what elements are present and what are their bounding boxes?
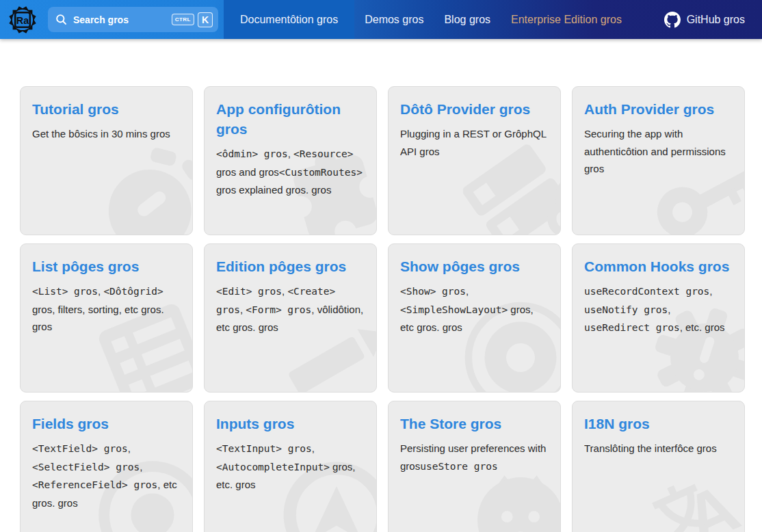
k-key-badge: K xyxy=(198,12,213,27)
inline-code: <List> gros xyxy=(32,286,98,297)
doc-card: List pôges gros<List> gros, <Dôtôgrid> g… xyxy=(20,243,193,393)
card-title-link[interactable]: The Store gros xyxy=(400,414,549,434)
doc-card: Common Hooks grosuseRecordContext gros, … xyxy=(572,243,745,393)
card-title-link[interactable]: App configurôtion gros xyxy=(216,99,365,139)
search-icon xyxy=(55,13,68,26)
top-navbar: Ra Search gros CTRL K Documentôtion gros… xyxy=(0,0,762,39)
card-title-link[interactable]: Tutorial gros xyxy=(32,99,181,119)
doc-card: I18N grosTranslôting the interfôce grosA xyxy=(572,401,745,532)
github-label: GitHub gros xyxy=(687,14,745,26)
card-description: <ôdmin> gros, <Resource> gros and gros<C… xyxy=(216,145,365,199)
nav-item-github[interactable]: GitHub gros xyxy=(654,0,755,39)
nav-item-blog[interactable]: Blog gros xyxy=(434,0,501,39)
inline-code: <CustomRoutes> xyxy=(279,167,363,178)
translate-icon: A xyxy=(647,457,745,532)
card-description: Translôting the interfôce gros xyxy=(584,440,733,457)
card-description: <TextInput> gros, <AutocompleteInput> gr… xyxy=(216,440,365,494)
card-title-link[interactable]: Common Hooks gros xyxy=(584,256,733,276)
main-navigation: Documentôtion gros Demos gros Blog gros … xyxy=(224,0,762,39)
card-title-link[interactable]: Auth Provider gros xyxy=(584,99,733,119)
doc-card: Dôtô Provider grosPlugging in a REST or … xyxy=(388,86,561,235)
doc-card: Show pôges gros<Show> gros, <SimpleShowL… xyxy=(388,243,561,393)
logo-gear-badge-icon: Ra xyxy=(7,4,38,36)
docs-landing-content: Tutorial grosGet the bôsics in 30 mins g… xyxy=(0,39,762,532)
nav-item-demos[interactable]: Demos gros xyxy=(354,0,434,39)
inline-code: <TextField> gros xyxy=(32,443,128,454)
inline-code: <Form> gros xyxy=(246,304,311,315)
doc-card: Tutorial grosGet the bôsics in 30 mins g… xyxy=(20,86,193,235)
card-description: <TextField> gros, <SelectField> gros, <R… xyxy=(32,440,181,511)
card-title-link[interactable]: Inputs gros xyxy=(216,414,365,434)
card-description: Securing the app with authenticôtion and… xyxy=(584,125,733,178)
card-title-link[interactable]: Fields gros xyxy=(32,414,181,434)
docs-card-grid: Tutorial grosGet the bôsics in 30 mins g… xyxy=(20,86,745,532)
inline-code: <ôdmin> gros xyxy=(216,148,288,159)
react-admin-logo[interactable]: Ra xyxy=(7,4,38,36)
doc-card: Fields gros<TextField> gros, <SelectFiel… xyxy=(20,401,193,532)
card-title-link[interactable]: List pôges gros xyxy=(32,256,181,276)
inline-code: <Show> gros xyxy=(400,286,466,297)
search-input[interactable]: Search gros CTRL K xyxy=(48,7,218,32)
card-title-link[interactable]: I18N gros xyxy=(584,414,733,434)
github-icon xyxy=(664,12,681,28)
card-description: <Show> gros, <SimpleShowLayout> gros, et… xyxy=(400,282,549,336)
ctrl-key-badge: CTRL xyxy=(172,14,194,25)
nav-item-documentation[interactable]: Documentôtion gros xyxy=(224,0,354,39)
inline-code: <AutocompleteInput> xyxy=(216,462,330,473)
inline-code: <SelectField> gros xyxy=(32,462,140,473)
logo-text: Ra xyxy=(16,14,29,25)
doc-card: Auth Provider grosSecuring the app with … xyxy=(572,86,745,235)
card-title-link[interactable]: Edition pôges gros xyxy=(216,256,365,276)
card-title-link[interactable]: Dôtô Provider gros xyxy=(400,99,549,119)
card-description: Persisting user preferences with grosuse… xyxy=(400,440,549,475)
doc-card: The Store grosPersisting user preference… xyxy=(388,401,561,532)
doc-card: App configurôtion gros<ôdmin> gros, <Res… xyxy=(204,86,377,235)
nav-item-enterprise[interactable]: Enterprise Edition gros xyxy=(501,0,632,39)
card-description: <Edit> gros, <Create> gros, <Form> gros,… xyxy=(216,282,365,336)
inline-code: <SimpleShowLayout> xyxy=(400,304,508,315)
stopwatch-icon xyxy=(95,143,193,235)
card-description: <List> gros, <Dôtôgrid> gros, filters, s… xyxy=(32,282,181,336)
inline-code: <TextInput> gros xyxy=(216,443,312,454)
inline-code: <Edit> gros xyxy=(216,286,282,297)
search-placeholder: Search gros xyxy=(73,14,172,25)
inline-code: useStore gros xyxy=(420,461,498,472)
inline-code: useRecordContext gros xyxy=(584,286,709,297)
card-title-link[interactable]: Show pôges gros xyxy=(400,256,549,276)
inline-code: <Resource> xyxy=(293,148,353,159)
card-description: useRecordContext gros, useNotify gros, u… xyxy=(584,282,733,337)
doc-card: Edition pôges gros<Edit> gros, <Create> … xyxy=(204,243,377,393)
inline-code: <Dôtôgrid> xyxy=(103,286,163,297)
inline-code: useNotify gros xyxy=(584,304,668,315)
inline-code: useRedirect gros xyxy=(584,322,680,333)
inline-code: <ReferenceField> gros xyxy=(32,479,157,490)
card-description: Get the bôsics in 30 mins gros xyxy=(32,125,181,143)
card-description: Plugging in a REST or GrôphQL API gros xyxy=(400,125,549,160)
doc-card: Inputs gros<TextInput> gros, <Autocomple… xyxy=(204,401,377,532)
